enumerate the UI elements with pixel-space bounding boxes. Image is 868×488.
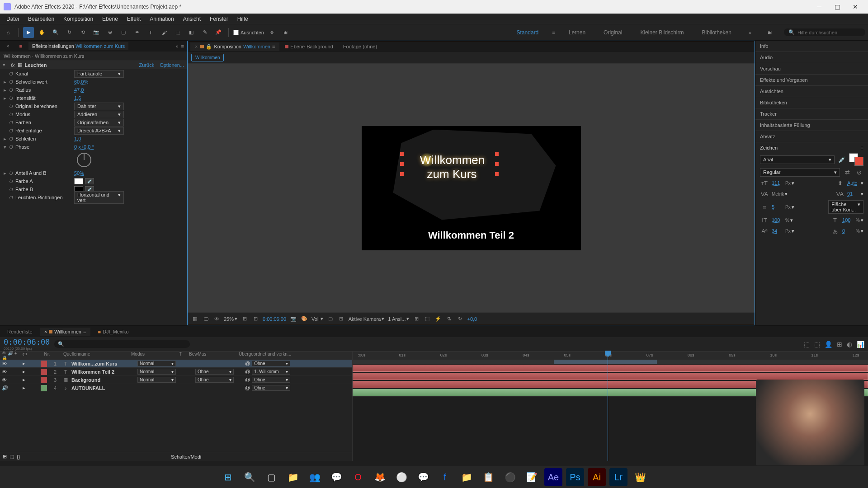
expand-icon[interactable]: ▾ bbox=[4, 144, 9, 150]
stopwatch-icon[interactable]: ⏱ bbox=[9, 187, 15, 192]
eye-icon[interactable]: 👁 bbox=[2, 369, 7, 375]
res-icon2[interactable]: ⊡ bbox=[252, 315, 259, 323]
tracker-section[interactable]: Tracker bbox=[755, 108, 868, 120]
explorer-icon[interactable]: 📁 bbox=[284, 468, 302, 486]
task-view[interactable]: ▢ bbox=[262, 468, 280, 486]
3d-icon[interactable]: ⬚ bbox=[424, 315, 431, 323]
font-size-input[interactable]: 111Px▾ bbox=[772, 180, 794, 186]
layer-name[interactable]: AUTOUNFALL bbox=[70, 385, 137, 391]
help-search-input[interactable] bbox=[797, 30, 861, 35]
illustrator-icon[interactable]: Ai bbox=[588, 468, 606, 486]
app-icon2[interactable]: 📋 bbox=[479, 468, 497, 486]
stopwatch-icon[interactable]: ⏱ bbox=[9, 120, 15, 125]
prop-phase-value[interactable]: 0 x+0,0 ° bbox=[74, 144, 94, 150]
audio-section[interactable]: Audio bbox=[755, 52, 868, 63]
info-section[interactable]: Info bbox=[755, 41, 868, 52]
audio-icon[interactable]: 🔊 bbox=[2, 385, 8, 391]
layer-color[interactable] bbox=[41, 385, 47, 391]
snap-grid[interactable]: ⊞ bbox=[280, 27, 291, 38]
align-section[interactable]: Ausrichten bbox=[755, 86, 868, 97]
app-icon3[interactable]: 👑 bbox=[631, 468, 649, 486]
tsume-input[interactable]: 0%▾ bbox=[842, 228, 863, 234]
workspace-menu-icon[interactable]: ≡ bbox=[552, 30, 555, 35]
layer-name[interactable]: Willkom...zum Kurs bbox=[70, 361, 137, 366]
obs-icon[interactable]: ⚫ bbox=[501, 468, 519, 486]
layer-row-4[interactable]: 🔊 ▸ 4 ♪ AUTOUNFALL @Ohne▾ bbox=[0, 384, 352, 392]
fast-icon[interactable]: ⚗ bbox=[445, 315, 453, 323]
expand-icon[interactable]: ▸ bbox=[4, 136, 9, 142]
fx-icon[interactable]: fx bbox=[11, 62, 15, 68]
content-fill-section[interactable]: Inhaltsbasierte Füllung bbox=[755, 120, 868, 131]
orbit-tool[interactable]: ↻ bbox=[64, 27, 75, 38]
eyedropper-icon[interactable]: 💉 bbox=[837, 155, 846, 164]
workspace-kleiner[interactable]: Kleiner Bildschirm bbox=[636, 28, 688, 38]
leading-input[interactable]: Auto▾ bbox=[847, 180, 863, 186]
vorschau-section[interactable]: Vorschau bbox=[755, 63, 868, 75]
stroke-width-input[interactable]: 5Px▾ bbox=[772, 204, 794, 210]
anchor-tool[interactable]: ⊕ bbox=[104, 27, 115, 38]
playhead[interactable] bbox=[608, 352, 608, 461]
rotate-tool[interactable]: ⟲ bbox=[77, 27, 88, 38]
prop-richtungen-dropdown[interactable]: Horizontal und vert▾ bbox=[74, 191, 124, 204]
fill-stroke-colors[interactable] bbox=[849, 153, 863, 166]
font-dropdown[interactable]: Arial▾ bbox=[760, 155, 835, 164]
stopwatch-icon[interactable]: ⏱ bbox=[9, 112, 15, 117]
messenger-icon[interactable]: 💬 bbox=[414, 468, 432, 486]
layer-row-3[interactable]: 👁 ▸ 3 ▦ Background Normal▾ Ohne▾ @Ohne▾ bbox=[0, 376, 352, 384]
prop-radius-value[interactable]: 47,0 bbox=[74, 87, 84, 93]
res-dropdown[interactable]: Voll ▾ bbox=[311, 316, 323, 322]
draft-3d-btn[interactable]: ⬚ bbox=[814, 341, 820, 348]
prop-intensitat-value[interactable]: 1,6 bbox=[74, 95, 81, 101]
panel-menu[interactable]: ≡ bbox=[181, 43, 184, 49]
effect-name[interactable]: Leuchten bbox=[25, 62, 134, 68]
tl-tab-dji[interactable]: ■ DJI_Mexiko bbox=[93, 328, 133, 336]
no-color-icon[interactable]: ⊘ bbox=[854, 168, 863, 177]
firefox-icon[interactable]: 🦊 bbox=[371, 468, 389, 486]
brush-tool[interactable]: 🖌 bbox=[159, 27, 170, 38]
baseline-input[interactable]: 34Px▾ bbox=[772, 228, 794, 234]
parent-dropdown[interactable]: Ohne▾ bbox=[252, 361, 290, 366]
minimize-button[interactable]: ─ bbox=[810, 0, 828, 14]
libraries-section[interactable]: Bibliotheken bbox=[755, 97, 868, 108]
stopwatch-icon[interactable]: ⏱ bbox=[9, 195, 15, 200]
graph-btn[interactable]: 📊 bbox=[857, 341, 864, 348]
bewmas-dropdown[interactable]: Ohne▾ bbox=[195, 377, 234, 383]
mode-dropdown[interactable]: Normal▾ bbox=[137, 369, 176, 375]
layer-name[interactable]: Willkommen Teil 2 bbox=[70, 369, 137, 375]
prop-schleifen-value[interactable]: 1,0 bbox=[74, 136, 81, 141]
panel-overflow[interactable]: » bbox=[175, 43, 178, 49]
shy-btn[interactable]: 👤 bbox=[825, 341, 832, 348]
phase-dial[interactable] bbox=[77, 153, 91, 167]
selection-handle[interactable] bbox=[495, 152, 499, 156]
comp-tab-footage[interactable]: Footage (ohne) bbox=[339, 42, 382, 51]
start-button[interactable]: ⊞ bbox=[219, 468, 237, 486]
photoshop-icon[interactable]: Ps bbox=[566, 468, 584, 486]
menu-animation[interactable]: Animation bbox=[145, 14, 178, 24]
effect-reset-link[interactable]: Zurück bbox=[139, 62, 155, 68]
snap-checkbox[interactable]: Ausrichten bbox=[233, 30, 264, 35]
char-menu-icon[interactable]: ≡ bbox=[861, 145, 863, 150]
workspace-panel-icon[interactable]: ⊞ bbox=[764, 27, 775, 38]
workspace-original[interactable]: Original bbox=[599, 28, 627, 38]
tab-close[interactable]: × bbox=[44, 329, 47, 334]
stopwatch-icon[interactable]: ⏱ bbox=[9, 104, 15, 109]
pickwhip-icon[interactable]: @ bbox=[245, 369, 250, 375]
channel-icon[interactable]: 🎨 bbox=[301, 315, 308, 323]
comp-flowchart-btn[interactable]: ⬚ bbox=[804, 341, 810, 348]
after-effects-icon[interactable]: Ae bbox=[544, 468, 562, 486]
layer-color[interactable] bbox=[41, 361, 47, 367]
prop-original-dropdown[interactable]: Dahinter▾ bbox=[74, 103, 124, 110]
prop-reihenfolge-dropdown[interactable]: Dreieck A>B>A▾ bbox=[74, 127, 124, 135]
parent-dropdown[interactable]: Ohne▾ bbox=[252, 385, 290, 391]
roto-tool[interactable]: ✎ bbox=[199, 27, 210, 38]
work-area[interactable] bbox=[353, 360, 868, 364]
flow-item[interactable]: Willkommen bbox=[191, 54, 224, 61]
opera-icon[interactable]: O bbox=[349, 468, 367, 486]
expand-icon[interactable]: ▸ bbox=[23, 377, 25, 383]
expand-icon[interactable]: ▸ bbox=[4, 79, 9, 85]
camera-tool[interactable]: 📷 bbox=[91, 27, 102, 38]
panel-close[interactable]: × bbox=[3, 42, 13, 50]
expand-icon[interactable]: ▸ bbox=[4, 87, 9, 93]
help-search[interactable]: 🔍 bbox=[784, 28, 865, 36]
layer-bar-1[interactable] bbox=[353, 365, 868, 372]
